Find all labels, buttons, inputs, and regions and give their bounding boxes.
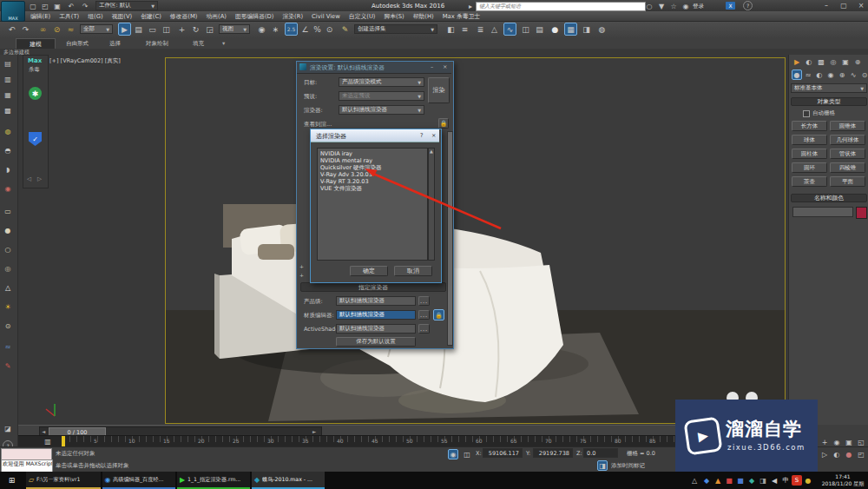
dialog-help-icon[interactable]: ? — [420, 132, 423, 139]
antivirus-next-arrow[interactable]: ▷ — [37, 175, 42, 182]
tab-utilities-icon[interactable]: ⊕ — [852, 56, 863, 67]
viewport-lock-icon[interactable]: 🔒 — [438, 118, 449, 129]
pyramid-button[interactable]: 四棱锥 — [830, 162, 865, 173]
tab-selection[interactable]: 选择 — [109, 40, 121, 48]
graphite-ribbon-icon[interactable]: △ — [488, 23, 501, 36]
tray-lang-icon[interactable]: 中 — [780, 475, 791, 486]
torus-button[interactable]: 圆环 — [792, 162, 827, 173]
minimize-button[interactable]: – — [821, 0, 832, 10]
object-type-rollout[interactable]: 对象类型 — [791, 97, 867, 106]
renderer-item[interactable]: Quicksilver 硬件渲染器 — [320, 164, 427, 171]
rollout-plus-2[interactable]: + — [299, 272, 304, 278]
activeshade-renderer-field[interactable]: 默认扫描线渲染器 — [336, 324, 416, 334]
renderer-item[interactable]: NVIDIA mental ray — [320, 157, 427, 164]
tray-teal-icon[interactable]: ◆ — [746, 475, 757, 486]
scroll-up-icon[interactable]: ▲ — [429, 149, 434, 154]
ok-button[interactable]: 确定 — [350, 266, 388, 276]
sub-spacewarps-icon[interactable]: ∿ — [848, 69, 858, 80]
rendered-frame-icon[interactable]: ◨ — [580, 23, 593, 36]
start-button[interactable]: ⊞ — [5, 473, 18, 486]
box-button[interactable]: 长方体 — [792, 121, 827, 131]
taskbar-item-video[interactable]: ▶ 1_1_指定渲染器.rm... — [177, 472, 250, 489]
disc-primitive-icon[interactable]: ◎ — [3, 263, 13, 274]
activeshade-browse-button[interactable]: ... — [418, 324, 430, 334]
tray-sogou-icon[interactable]: S — [792, 475, 802, 486]
selection-lock-icon[interactable]: ◉ — [448, 449, 458, 459]
light-icon[interactable]: ◍ — [3, 126, 13, 136]
object-color-swatch[interactable] — [856, 207, 867, 219]
name-color-rollout[interactable]: 名称和颜色 — [791, 194, 867, 202]
time-tag-label[interactable]: 添加时间标记 — [611, 462, 645, 470]
viewport-camera-btn[interactable]: [VRayCam002] — [61, 57, 103, 64]
tray-red-icon[interactable]: ■ — [724, 475, 734, 486]
sphere-button[interactable]: 球体 — [792, 135, 827, 145]
move-icon[interactable]: + — [175, 23, 188, 36]
target-dropdown[interactable]: 产品级渲染模式▼ — [339, 77, 424, 87]
renderer-item[interactable]: VUE 文件渲染器 — [320, 185, 427, 192]
scene-explorer-icon[interactable]: ∿ — [503, 23, 516, 36]
dialog-close-icon[interactable]: × — [443, 63, 447, 70]
rollout-plus-1[interactable]: + — [299, 263, 304, 269]
sub-geometry-icon[interactable]: ● — [792, 69, 802, 80]
taskbar-item-max[interactable]: ◆ 蝶鸟-2010.max - ... — [252, 472, 325, 489]
tray-gray-icon[interactable]: ◨ — [758, 475, 768, 486]
tab-populate[interactable]: 填充 — [193, 40, 204, 48]
menu-modifiers[interactable]: 修改器(M) — [166, 12, 202, 21]
rect-region-icon[interactable]: ▭ — [146, 23, 159, 36]
taskbar-item-browser[interactable]: ◉ 高级编辑器_百度经... — [102, 472, 175, 489]
maximize-viewport-icon[interactable]: ◰ — [856, 449, 866, 459]
snap-toggle-icon[interactable]: 2.5 — [285, 23, 298, 36]
menu-views[interactable]: 视图(V) — [108, 12, 137, 21]
viewport-shading-btn[interactable]: [真实] — [105, 57, 121, 64]
sub-helpers-icon[interactable]: ⊕ — [837, 69, 847, 80]
scene-panel-icon[interactable]: ▤ — [3, 58, 13, 69]
dialog-scrollbar[interactable] — [447, 131, 453, 346]
antivirus-scan-icon[interactable]: ✱ — [29, 87, 42, 100]
use-pivot-icon[interactable]: ◉ — [255, 23, 268, 36]
selection-filter-dropdown[interactable]: 全部▼ — [80, 24, 113, 34]
moon-icon[interactable]: ◗ — [3, 164, 13, 175]
search-input[interactable]: 键入关键字或短语 — [476, 2, 646, 11]
list-scrollbar[interactable]: ▲ — [428, 148, 435, 261]
align-icon[interactable]: ≡ — [458, 23, 471, 36]
tab-modify-icon[interactable]: ◐ — [804, 56, 814, 67]
tray-expand-icon[interactable]: △ — [689, 475, 700, 486]
cylinder-button[interactable]: 圆柱体 — [792, 149, 827, 159]
layer-manager-icon[interactable]: ≣ — [474, 23, 487, 36]
scale-icon[interactable]: ◲ — [203, 23, 216, 36]
tray-volume-icon[interactable]: ◀ — [769, 475, 779, 486]
iso-cube-icon[interactable]: ◪ — [3, 423, 13, 433]
cone-button[interactable]: 圆锥体 — [830, 121, 865, 131]
zoom-extents-icon[interactable]: ▣ — [844, 437, 854, 447]
y-coordinate-field[interactable]: 29192.738 — [533, 448, 573, 458]
pan-icon[interactable]: ◐ — [832, 449, 842, 459]
named-sets-dropdown[interactable]: 创建选择集▼ — [354, 24, 437, 34]
download-icon[interactable]: ▼ — [656, 1, 667, 11]
material-editor-browse-button[interactable]: ... — [418, 310, 430, 320]
preset-dropdown[interactable]: 未选定预设▼ — [339, 91, 424, 101]
tab-freeform[interactable]: 自由形式 — [66, 40, 89, 48]
undo-toolbar-icon[interactable]: ↶ — [5, 23, 18, 36]
dialog-close-icon[interactable]: × — [431, 132, 436, 139]
select-by-name-icon[interactable]: ▤ — [132, 23, 145, 36]
angle-snap-icon[interactable]: ∠ — [299, 23, 312, 36]
ribbon-caret-icon[interactable]: ▾ — [222, 40, 225, 47]
window-crossing-icon[interactable]: ◫ — [160, 23, 173, 36]
z-coordinate-field[interactable]: 0.0 — [583, 448, 618, 458]
zoom-all-icon[interactable]: ◉ — [832, 437, 842, 447]
redo-toolbar-icon[interactable]: ↷ — [19, 23, 32, 36]
edit-named-sets-icon[interactable]: ✎ — [339, 23, 352, 36]
user-icon[interactable]: ◉ — [681, 1, 691, 11]
maxscript-mini-listener[interactable] — [1, 448, 52, 460]
maxscript-listener-white[interactable]: 欢迎使用 MAXScript — [1, 459, 53, 472]
brush-icon[interactable]: ✎ — [3, 360, 13, 371]
sphere-primitive-icon[interactable]: ● — [3, 225, 13, 235]
menu-create[interactable]: 创建(C) — [136, 12, 166, 21]
mirror-icon[interactable]: ◧ — [444, 23, 457, 36]
bind-spacewarp-icon[interactable]: ≈ — [64, 23, 77, 36]
material-editor-renderer-field[interactable]: 默认扫描线渲染器 — [336, 310, 416, 320]
render-setup-icon[interactable]: ▦ — [564, 23, 577, 36]
close-button[interactable]: × — [856, 0, 866, 10]
tab-object-paint[interactable]: 对象绘制 — [146, 40, 168, 48]
save-defaults-button[interactable]: 保存为默认设置 — [336, 337, 416, 347]
